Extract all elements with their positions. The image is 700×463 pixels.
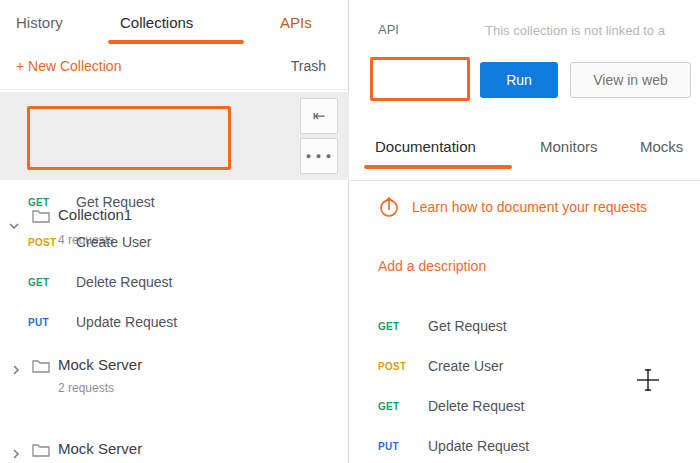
arrow-to-bar-icon: ⇤: [313, 107, 326, 125]
collection-name: Mock Server: [58, 440, 142, 457]
run-button[interactable]: Run: [480, 62, 558, 98]
collection-details-panel: API This collection is not linked to a S…: [350, 0, 700, 463]
request-name: Create User: [428, 358, 503, 374]
collection-item-mock-server-2[interactable]: Mock Server: [0, 432, 349, 463]
request-name: Update Request: [76, 314, 177, 330]
method-label: PUT: [378, 441, 420, 452]
folder-icon: [32, 358, 50, 378]
method-label: GET: [378, 401, 420, 412]
learn-link-text: Learn how to document your requests: [412, 199, 647, 215]
request-name: Delete Request: [428, 398, 525, 414]
collection-meta: 2 requests: [58, 381, 114, 395]
tab-apis[interactable]: APIs: [280, 14, 312, 31]
doc-request-item[interactable]: PUT Update Request: [350, 428, 700, 463]
app-window: History Collections APIs + New Collectio…: [0, 0, 700, 463]
chevron-right-icon[interactable]: [10, 362, 22, 380]
method-label: POST: [28, 237, 70, 248]
method-label: GET: [28, 197, 70, 208]
add-description-link[interactable]: Add a description: [378, 258, 486, 274]
method-label: PUT: [28, 317, 70, 328]
not-linked-text: This collection is not linked to a: [485, 23, 700, 38]
ellipsis-icon: ● ● ●: [306, 151, 332, 161]
request-item[interactable]: POST Create User: [0, 224, 349, 264]
collection-item-mock-server[interactable]: Mock Server 2 requests: [0, 348, 349, 404]
tab-history[interactable]: History: [16, 14, 63, 31]
open-in-tab-button[interactable]: ⇤: [300, 98, 338, 134]
request-item[interactable]: GET Delete Request: [0, 264, 349, 304]
method-label: GET: [378, 321, 420, 332]
doc-request-item[interactable]: GET Get Request: [350, 308, 700, 348]
trash-button[interactable]: Trash: [291, 58, 326, 74]
request-item[interactable]: GET Get Request: [0, 184, 349, 224]
request-name: Delete Request: [76, 274, 173, 290]
api-label: API: [378, 22, 399, 37]
view-in-web-button[interactable]: View in web: [570, 62, 691, 98]
sidebar: History Collections APIs + New Collectio…: [0, 0, 349, 463]
method-label: POST: [378, 361, 420, 372]
learn-documentation-link[interactable]: Learn how to document your requests: [378, 196, 700, 222]
sidebar-actions-row: + New Collection Trash: [0, 44, 348, 90]
publish-globe-icon: [378, 196, 400, 222]
collection-item-collection1[interactable]: Collection1 4 requests: [0, 92, 349, 180]
chevron-right-icon[interactable]: [10, 446, 22, 463]
tab-collections[interactable]: Collections: [120, 14, 193, 31]
request-item[interactable]: PUT Update Request: [0, 304, 349, 344]
tab-mocks[interactable]: Mocks: [640, 138, 683, 155]
active-tab-underline: [364, 165, 512, 169]
divider: [350, 180, 700, 181]
collection-name: Mock Server: [58, 356, 142, 373]
more-options-button[interactable]: ● ● ●: [300, 138, 338, 174]
request-name: Update Request: [428, 438, 529, 454]
tab-monitors[interactable]: Monitors: [540, 138, 598, 155]
doc-request-item[interactable]: POST Create User: [350, 348, 700, 388]
doc-request-item[interactable]: GET Delete Request: [350, 388, 700, 428]
request-name: Create User: [76, 234, 151, 250]
tab-documentation[interactable]: Documentation: [375, 138, 476, 155]
folder-icon: [32, 442, 50, 462]
request-name: Get Request: [76, 194, 155, 210]
new-collection-button[interactable]: + New Collection: [16, 58, 121, 74]
request-name: Get Request: [428, 318, 507, 334]
method-label: GET: [28, 277, 70, 288]
